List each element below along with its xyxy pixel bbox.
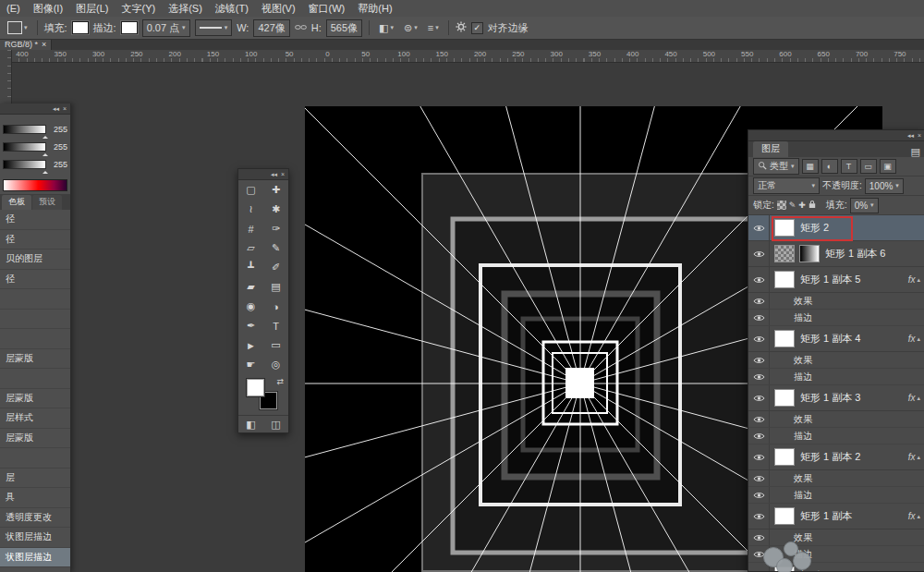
effect-visibility-toggle[interactable]: [748, 470, 770, 486]
layer-effect-stroke-row[interactable]: 描边: [748, 428, 924, 444]
color-slider[interactable]: [3, 160, 46, 169]
layer-row[interactable]: 矩形 2: [748, 215, 924, 241]
color-ramp[interactable]: [3, 179, 67, 191]
fx-badge[interactable]: fx: [908, 274, 916, 285]
menu-item[interactable]: 图像(I): [27, 0, 69, 17]
menu-item[interactable]: 图层(L): [69, 0, 115, 17]
tool-preset-picker[interactable]: ▾: [5, 20, 30, 35]
effect-visibility-toggle[interactable]: [748, 310, 770, 325]
lock-pixels-icon[interactable]: ✎: [789, 201, 796, 210]
layer-thumbnail[interactable]: [774, 271, 795, 288]
layer-thumbnail[interactable]: [774, 448, 795, 466]
fx-collapse-icon[interactable]: ▴: [917, 454, 920, 461]
layer-effects-row[interactable]: 效果: [748, 411, 924, 428]
menu-item[interactable]: 窗口(W): [302, 0, 352, 17]
filter-pixel-layers-icon[interactable]: ▦: [802, 159, 819, 174]
panel-menu-icon[interactable]: ▤: [911, 147, 920, 157]
history-item[interactable]: 层蒙版: [0, 349, 70, 370]
lasso-tool[interactable]: ≀: [238, 200, 263, 219]
history-item[interactable]: [0, 329, 70, 349]
history-item[interactable]: 层样式: [0, 408, 70, 429]
lock-all-icon[interactable]: [808, 200, 816, 211]
layer-visibility-toggle[interactable]: [748, 326, 770, 351]
move-tool[interactable]: ✚: [263, 180, 288, 200]
eraser-tool[interactable]: ▰: [238, 277, 263, 297]
close-icon[interactable]: ×: [918, 132, 921, 139]
filter-kind-dropdown[interactable]: 类型 ▾: [753, 158, 799, 175]
tab-swatches[interactable]: 色板: [2, 195, 31, 210]
layer-visibility-toggle[interactable]: [748, 267, 770, 292]
fx-collapse-icon[interactable]: ▴: [917, 513, 920, 520]
fx-badge[interactable]: fx: [908, 511, 916, 521]
layer-visibility-toggle[interactable]: [748, 215, 770, 240]
layer-row[interactable]: 矩形 1 副本fx▴: [748, 504, 924, 529]
stroke-color-swatch[interactable]: [121, 21, 138, 34]
brush-tool[interactable]: ✎: [263, 238, 288, 258]
layer-row[interactable]: 矩形 1 副本 4fx▴: [748, 326, 924, 352]
effect-visibility-toggle[interactable]: [748, 487, 770, 503]
gradient-tool[interactable]: ▤: [263, 277, 288, 297]
layer-visibility-toggle[interactable]: [748, 241, 770, 266]
crop-tool[interactable]: #: [238, 219, 263, 238]
history-item[interactable]: 层蒙版: [0, 389, 70, 409]
tab-layers[interactable]: 图层: [753, 141, 788, 157]
color-slider[interactable]: [3, 125, 46, 134]
history-item[interactable]: [0, 369, 70, 389]
fx-badge[interactable]: fx: [908, 452, 916, 462]
layer-fill-field[interactable]: 0% ▾: [850, 198, 879, 213]
layer-visibility-toggle[interactable]: [748, 385, 770, 410]
document-tab[interactable]: RGB/8) * ×: [0, 39, 52, 50]
filter-adjustment-layers-icon[interactable]: ◐: [821, 159, 838, 174]
layer-thumbnail[interactable]: [774, 330, 795, 347]
layer-visibility-toggle[interactable]: [748, 504, 770, 529]
layer-row[interactable]: 矩形 1 副本 2fx▴: [748, 444, 924, 470]
effect-visibility-toggle[interactable]: [748, 411, 770, 427]
close-icon[interactable]: ×: [42, 40, 46, 49]
history-item[interactable]: 径: [0, 210, 70, 230]
menu-item[interactable]: 文字(Y): [116, 0, 163, 17]
lock-transparency-icon[interactable]: [777, 201, 786, 210]
foreground-color-chip[interactable]: [247, 379, 264, 396]
menu-item[interactable]: 选择(S): [162, 0, 209, 17]
layer-thumbnail[interactable]: [774, 245, 795, 262]
gear-icon[interactable]: [456, 21, 467, 34]
effect-visibility-toggle[interactable]: [748, 428, 770, 444]
layer-row[interactable]: 矩形 1 副本 6: [748, 241, 924, 267]
fx-badge[interactable]: fx: [908, 334, 916, 344]
hand-tool[interactable]: ☛: [238, 355, 263, 374]
rectangle-tool[interactable]: ▭: [263, 335, 288, 355]
eyedropper-tool[interactable]: ✑: [263, 219, 288, 238]
history-item[interactable]: 状图层描边: [0, 548, 70, 568]
lock-position-icon[interactable]: ✚: [798, 201, 806, 210]
stroke-type-dropdown[interactable]: ▾: [195, 19, 233, 36]
history-item[interactable]: 透明度更改: [0, 508, 70, 529]
blend-mode-dropdown[interactable]: 正常 ▾: [753, 177, 820, 194]
effect-visibility-toggle[interactable]: [748, 352, 770, 368]
menu-item[interactable]: 帮助(H): [351, 0, 398, 17]
filter-shape-layers-icon[interactable]: ▭: [860, 159, 877, 174]
path-operations-button[interactable]: ◧ ▾: [376, 22, 396, 34]
layer-effects-row[interactable]: 效果: [748, 470, 924, 487]
layer-effects-row[interactable]: 效果: [748, 529, 924, 546]
layer-row[interactable]: 矩形 1 副本 5fx▴: [748, 267, 924, 293]
filter-smart-objects-icon[interactable]: ▣: [880, 159, 896, 174]
dodge-tool[interactable]: ◑: [263, 297, 288, 316]
height-input[interactable]: 565像: [326, 19, 362, 37]
screen-mode-button[interactable]: ◫: [271, 420, 280, 430]
close-icon[interactable]: ×: [281, 171, 285, 177]
fx-collapse-icon[interactable]: ▴: [917, 395, 920, 402]
blur-tool[interactable]: ◉: [238, 297, 263, 316]
swap-colors-icon[interactable]: ⇄: [276, 377, 284, 386]
layer-thumbnail[interactable]: [774, 219, 795, 237]
collapse-panel-icon[interactable]: ◂◂: [53, 105, 59, 112]
history-item[interactable]: 贝的图层: [0, 249, 70, 270]
layer-effect-stroke-row[interactable]: 描边: [748, 369, 924, 385]
path-selection-tool[interactable]: ►: [238, 335, 263, 355]
menu-item[interactable]: (E): [0, 0, 27, 17]
history-brush-tool[interactable]: ✐: [263, 258, 288, 277]
history-item[interactable]: 径: [0, 270, 70, 290]
stroke-width-field[interactable]: 0.07 点 ▾: [142, 19, 190, 37]
link-dimensions-icon[interactable]: [295, 22, 307, 33]
pen-tool[interactable]: ✒: [238, 316, 263, 335]
history-item[interactable]: 层: [0, 469, 70, 489]
